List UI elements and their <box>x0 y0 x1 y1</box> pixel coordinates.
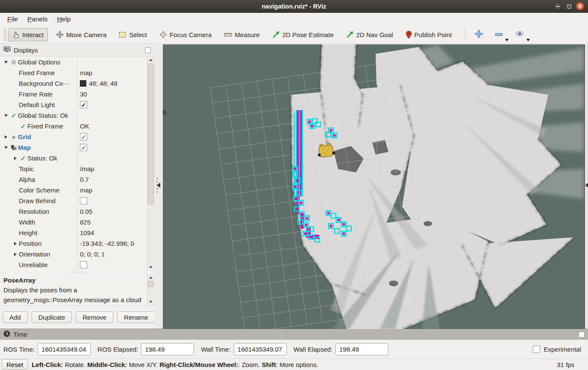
window-titlebar[interactable]: navigation.rviz* - RViz <box>0 0 588 13</box>
description-scrollbar[interactable] <box>147 274 154 305</box>
display-row-orientation[interactable]: Orientation0; 0; 0; 1 <box>0 249 147 259</box>
display-row-default-light[interactable]: Default Light✓ <box>0 99 147 110</box>
display-row-fixed-frame[interactable]: Fixed Framemap <box>0 67 147 78</box>
property-checkbox-unchecked[interactable] <box>80 197 87 204</box>
panel-splitter-handle[interactable] <box>0 271 154 274</box>
display-row-unreliable[interactable]: Unreliable <box>0 259 147 270</box>
collapse-right-icon[interactable] <box>585 183 588 188</box>
remove-button[interactable]: Remove <box>76 312 113 323</box>
field-input[interactable] <box>141 343 194 355</box>
display-row-fixed-frame[interactable]: ✓Fixed FrameOK <box>0 121 147 131</box>
property-label: Height <box>19 229 37 236</box>
display-row-height[interactable]: Height1094 <box>0 227 147 238</box>
tool-focus-camera[interactable]: Focus Camera <box>155 28 216 41</box>
panel-float-button[interactable] <box>579 332 585 338</box>
property-value-cell[interactable]: 0.05 <box>77 208 147 215</box>
field-input[interactable] <box>234 343 287 355</box>
add-button[interactable]: Add <box>3 312 28 323</box>
property-value-cell[interactable]: ✓ <box>77 101 147 108</box>
tool-2d-nav-goal[interactable]: 2D Nav Goal <box>342 28 397 41</box>
display-row-alpha[interactable]: Alpha0.7 <box>0 174 147 185</box>
experimental-checkbox[interactable] <box>533 346 540 353</box>
scrollbar-thumb[interactable] <box>148 281 154 287</box>
property-value-cell[interactable] <box>77 261 147 268</box>
property-checkbox-checked[interactable]: ✓ <box>80 144 87 151</box>
left-splitter[interactable] <box>154 44 163 329</box>
reset-button[interactable]: Reset <box>2 359 28 370</box>
property-value-cell[interactable]: /map <box>77 165 147 172</box>
display-row-resolution[interactable]: Resolution0.05 <box>0 206 147 217</box>
property-checkbox-unchecked[interactable] <box>80 261 87 268</box>
toolbar-drag-handle[interactable] <box>3 28 6 41</box>
property-value-cell[interactable]: 30 <box>77 90 147 98</box>
display-row-width[interactable]: Width825 <box>0 217 147 227</box>
display-row-global-options[interactable]: ⚙Global Options <box>0 57 147 67</box>
display-row-status-ok[interactable]: ✓Status: Ok <box>0 153 147 163</box>
rename-button[interactable]: Rename <box>117 312 155 323</box>
expand-arrow-icon[interactable] <box>3 61 9 64</box>
panel-float-button[interactable] <box>145 47 151 53</box>
property-value-cell[interactable]: 48; 48; 48 <box>77 80 147 87</box>
display-row-position[interactable]: Position-19.343; -42.996; 0 <box>0 238 147 249</box>
display-row-grid[interactable]: ◈Grid✓ <box>0 131 147 142</box>
property-value-cell[interactable]: -19.343; -42.996; 0 <box>77 240 147 247</box>
collapse-left-icon[interactable] <box>157 183 160 188</box>
property-checkbox-checked[interactable]: ✓ <box>80 101 87 108</box>
display-row-global-status-ok[interactable]: ✓Global Status: Ok <box>0 110 147 121</box>
property-value-cell[interactable]: ✓ <box>77 144 147 151</box>
time-panel-header[interactable]: Time <box>0 329 588 340</box>
chevron-down-icon[interactable] <box>526 39 530 41</box>
menu-help[interactable]: Help <box>52 14 75 25</box>
right-splitter[interactable] <box>585 44 588 329</box>
chevron-down-icon[interactable] <box>505 39 509 41</box>
expand-arrow-icon[interactable] <box>3 114 9 117</box>
expand-arrow-icon[interactable] <box>3 146 9 149</box>
scroll-down-icon[interactable] <box>147 298 154 305</box>
displays-tree-scrollbar[interactable] <box>147 56 154 271</box>
property-value-cell[interactable]: 0; 0; 0; 1 <box>77 251 147 258</box>
collapse-arrow-icon[interactable] <box>12 242 19 245</box>
display-row-draw-behind[interactable]: Draw Behind <box>0 195 147 206</box>
field-input[interactable] <box>335 343 388 355</box>
scrollbar-thumb[interactable] <box>148 64 154 204</box>
property-value-cell[interactable]: map <box>77 186 147 194</box>
display-row-topic[interactable]: Topic/map <box>0 163 147 174</box>
tool-select[interactable]: Select <box>115 28 151 41</box>
menu-file[interactable]: File <box>3 14 23 25</box>
property-value-cell[interactable]: 825 <box>77 219 147 226</box>
property-value-cell[interactable] <box>77 197 147 204</box>
maximize-button[interactable] <box>565 2 573 10</box>
display-row-color-scheme[interactable]: Color Schememap <box>0 185 147 195</box>
displays-panel-header[interactable]: Displays <box>0 44 154 56</box>
scroll-up-icon[interactable] <box>147 56 154 63</box>
collapse-arrow-icon[interactable] <box>12 157 19 160</box>
property-value-cell[interactable]: OK <box>77 122 147 130</box>
remove-tool-button[interactable] <box>491 29 507 40</box>
property-value-cell[interactable]: map <box>77 69 147 76</box>
collapse-arrow-icon[interactable] <box>3 135 9 139</box>
tool-move-camera[interactable]: Move Camera <box>52 28 111 41</box>
tool-measure[interactable]: Measure <box>220 28 264 41</box>
display-row-background-co[interactable]: Background Co···48; 48; 48 <box>0 78 147 89</box>
field-input[interactable] <box>38 343 91 355</box>
scroll-up-icon[interactable] <box>147 274 154 281</box>
property-label: Unreliable <box>19 261 48 268</box>
close-button[interactable] <box>576 2 584 10</box>
3d-viewport[interactable] <box>163 44 585 329</box>
duplicate-button[interactable]: Duplicate <box>32 312 72 323</box>
display-row-frame-rate[interactable]: Frame Rate30 <box>0 89 147 99</box>
collapse-arrow-icon[interactable] <box>12 253 19 256</box>
tool-interact[interactable]: Interact <box>8 28 48 41</box>
display-row-map[interactable]: Map✓ <box>0 142 147 153</box>
property-value-cell[interactable]: 1094 <box>77 229 147 236</box>
property-checkbox-checked[interactable]: ✓ <box>80 133 87 140</box>
tool-2d-pose-estimate[interactable]: 2D Pose Estimate <box>268 28 338 41</box>
property-value-cell[interactable]: ✓ <box>77 133 147 140</box>
add-tool-button[interactable] <box>470 28 487 41</box>
tool-publish-point[interactable]: Publish Point <box>401 28 456 42</box>
tool-visibility-button[interactable] <box>511 29 529 40</box>
minimize-button[interactable] <box>554 2 562 10</box>
menu-panels[interactable]: Panels <box>23 14 52 25</box>
property-value-cell[interactable]: 0.7 <box>77 176 147 183</box>
scroll-down-icon[interactable] <box>147 264 154 271</box>
